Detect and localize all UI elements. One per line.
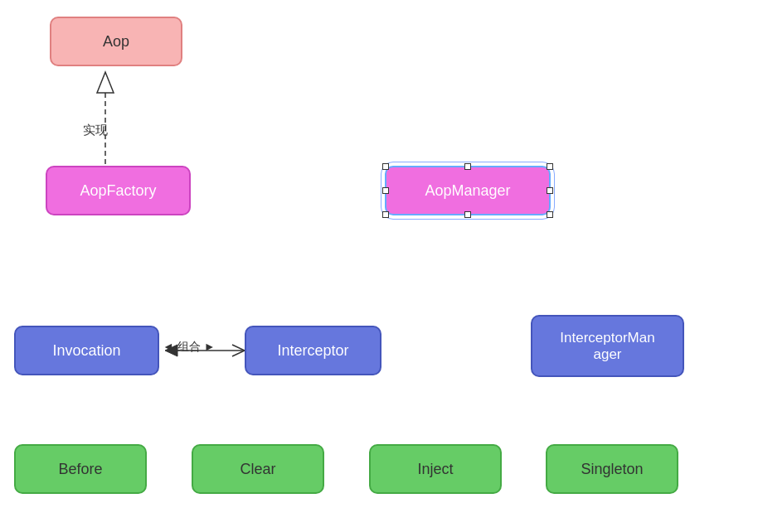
handle-tm (464, 163, 471, 170)
aopfactory-node[interactable]: AopFactory (46, 166, 191, 215)
handle-ml (382, 187, 389, 194)
composition-label: ◄ 组合 ► (163, 340, 216, 355)
clear-node[interactable]: Clear (192, 444, 324, 494)
aopfactory-label: AopFactory (80, 182, 156, 200)
handle-tl (382, 163, 389, 170)
aopmanager-label: AopManager (425, 182, 510, 200)
svg-marker-0 (97, 72, 114, 93)
invocation-label: Invocation (52, 342, 120, 360)
inject-label: Inject (417, 461, 453, 478)
handle-bl (382, 211, 389, 218)
aop-node[interactable]: Aop (50, 17, 182, 66)
handle-bm (464, 211, 471, 218)
handle-br (547, 211, 553, 218)
before-node[interactable]: Before (14, 444, 147, 494)
aopmanager-node[interactable]: AopManager (385, 166, 551, 215)
realize-label: 实现 (83, 123, 108, 138)
clear-label: Clear (240, 461, 275, 478)
diagram-canvas: Aop 实现 AopFactory AopManager Invocation … (0, 0, 758, 532)
aop-label: Aop (103, 33, 129, 51)
handle-mr (547, 187, 553, 194)
invocation-node[interactable]: Invocation (14, 326, 159, 375)
singleton-label: Singleton (581, 461, 643, 478)
singleton-node[interactable]: Singleton (546, 444, 678, 494)
interceptor-node[interactable]: Interceptor (245, 326, 381, 375)
interceptormanager-label: InterceptorMan ager (560, 330, 654, 363)
interceptormanager-node[interactable]: InterceptorMan ager (531, 315, 684, 377)
interceptor-label: Interceptor (277, 342, 348, 360)
handle-tr (547, 163, 553, 170)
before-label: Before (58, 461, 102, 478)
inject-node[interactable]: Inject (369, 444, 502, 494)
